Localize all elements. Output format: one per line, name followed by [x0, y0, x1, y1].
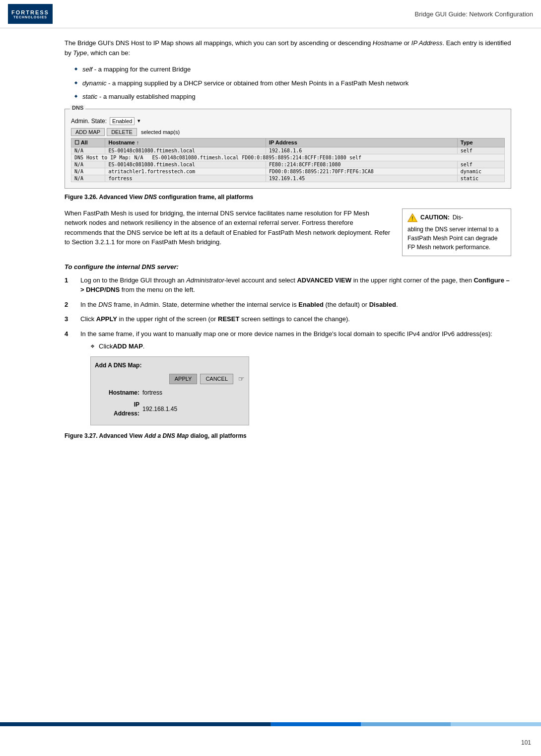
- page-number: 101: [521, 739, 531, 746]
- footer-seg-2: [270, 722, 361, 726]
- page-header: FORTRESS TECHNOLOGIES Bridge GUI Guide: …: [0, 0, 541, 28]
- step-2: 2 In the DNS frame, in Admin. State, det…: [65, 300, 511, 310]
- dropdown-arrow: ▾: [137, 118, 140, 124]
- dialog-ip-field: IPAddress: 192.168.1.45: [95, 400, 245, 418]
- dialog-cancel-button[interactable]: CANCEL: [200, 374, 233, 384]
- section-heading: To configure the internal DNS server:: [65, 263, 511, 271]
- dialog-hostname-field: Hostname: fortress: [95, 388, 245, 397]
- footer-seg-1: [0, 722, 270, 726]
- cell-full-row: DNS Host to IP Map: N/A ES-00148c081080.…: [71, 154, 505, 161]
- dialog-title: Add A DNS Map:: [95, 361, 245, 370]
- caution-text: abling the DNS server internal to a Fast…: [407, 225, 506, 252]
- dialog-hostname-value: fortress: [142, 388, 162, 397]
- dns-table: ☐ All Hostname ↑ IP Address Type N/A ES-…: [71, 138, 505, 182]
- cell-hostname: ES-00148c081080.ftimesh.local: [105, 161, 266, 168]
- cell-type: self: [457, 161, 504, 168]
- sub-bullet-add-map: Click ADD MAP.: [90, 342, 511, 351]
- figure-3-26-caption: Figure 3.26. Advanced View DNS configura…: [65, 194, 511, 201]
- admin-state-select[interactable]: Enabled: [110, 117, 135, 125]
- table-row: N/A ES-00148c081080.ftimesh.local FE80::…: [71, 161, 505, 168]
- caution-title: CAUTION:: [420, 213, 450, 222]
- dialog-ip-label: IPAddress:: [95, 400, 139, 418]
- cell-ip: 192.169.1.45: [266, 175, 458, 182]
- table-row: N/A atritachler1.fortresstech.com FD00:0…: [71, 168, 505, 175]
- table-row: N/A ES-00148c081080.ftimesh.local 192.16…: [71, 147, 505, 154]
- logo-area: FORTRESS TECHNOLOGIES: [8, 4, 53, 24]
- cell-na: N/A: [71, 168, 105, 175]
- fortress-logo: FORTRESS TECHNOLOGIES: [8, 4, 53, 24]
- dns-frame-inner: Admin. State: Enabled ▾ ADD MAP DELETE s…: [71, 117, 505, 182]
- step-4-number: 4: [65, 329, 76, 339]
- footer-seg-3: [361, 722, 451, 726]
- admin-state-label: Admin. State:: [71, 118, 107, 125]
- bullet-dynamic: dynamic - a mapping supplied by a DHCP s…: [74, 78, 511, 88]
- col-header-checkbox: ☐ All: [71, 138, 105, 147]
- cell-na: N/A: [71, 175, 105, 182]
- page-title: Bridge GUI Guide: Network Configuration: [415, 10, 533, 18]
- cell-na: N/A: [71, 147, 105, 154]
- step-4-paragraph: In the same frame, if you want to manual…: [80, 329, 511, 339]
- steps-list: 1 Log on to the Bridge GUI through an Ad…: [65, 275, 511, 425]
- cell-hostname: ES-00148c081080.ftimesh.local: [105, 147, 266, 154]
- table-row: N/A fortress 192.169.1.45 static: [71, 175, 505, 182]
- cell-hostname: atritachler1.fortresstech.com: [105, 168, 266, 175]
- figure-3-27-caption: Figure 3.27. Advanced View Add a DNS Map…: [65, 432, 511, 439]
- hand-cursor-icon: ☞: [238, 374, 245, 384]
- col-header-ip: IP Address: [266, 138, 458, 147]
- logo-text-fortress: FORTRESS: [11, 9, 49, 15]
- step-3: 3 Click APPLY in the upper right of the …: [65, 314, 511, 324]
- step-1-content: Log on to the Bridge GUI through an Admi…: [80, 275, 511, 295]
- fastpath-text: When FastPath Mesh is used for bridging,…: [65, 208, 392, 256]
- step-1-number: 1: [65, 275, 76, 285]
- caution-box: ! CAUTION: Dis- abling the DNS server in…: [402, 208, 511, 256]
- fastpath-paragraph: When FastPath Mesh is used for bridging,…: [65, 208, 392, 247]
- footer-bar: [0, 722, 541, 726]
- cell-type: self: [457, 147, 504, 154]
- step-2-number: 2: [65, 300, 76, 310]
- sub-bullet-list: Click ADD MAP.: [90, 342, 511, 351]
- selected-maps-text: selected map(s): [141, 129, 180, 135]
- bullet-self: self - a mapping for the current Bridge: [74, 65, 511, 74]
- table-row: DNS Host to IP Map: N/A ES-00148c081080.…: [71, 154, 505, 161]
- footer-seg-4: [451, 722, 541, 726]
- dialog-hostname-label: Hostname:: [95, 388, 139, 397]
- cell-ip: FD00:0:8895:8895:221:70FF:FEF6:3CA8: [266, 168, 458, 175]
- cell-type: dynamic: [457, 168, 504, 175]
- dns-admin-row: Admin. State: Enabled ▾: [71, 117, 505, 125]
- cell-ip: FE80::214:8CFF:FE08:1080: [266, 161, 458, 168]
- step-4-content: In the same frame, if you want to manual…: [80, 329, 511, 425]
- dns-buttons-row: ADD MAP DELETE selected map(s): [71, 128, 505, 136]
- add-map-button[interactable]: ADD MAP: [71, 128, 105, 136]
- step-3-number: 3: [65, 314, 76, 324]
- svg-text:!: !: [411, 216, 413, 221]
- intro-paragraph: The Bridge GUI's DNS Host to IP Map show…: [65, 38, 511, 58]
- main-content: The Bridge GUI's DNS Host to IP Map show…: [0, 28, 541, 457]
- caution-intro: Dis-: [453, 213, 463, 222]
- add-dns-dialog: Add A DNS Map: APPLY CANCEL ☞ Hostname: …: [90, 356, 249, 425]
- bullet-static: static - a manually established mapping: [74, 92, 511, 102]
- caution-header: ! CAUTION: Dis-: [407, 213, 506, 223]
- caution-icon: !: [407, 213, 417, 223]
- cell-hostname: fortress: [105, 175, 266, 182]
- step-4: 4 In the same frame, if you want to manu…: [65, 329, 511, 425]
- dialog-apply-button[interactable]: APPLY: [169, 374, 198, 384]
- delete-button[interactable]: DELETE: [107, 128, 137, 136]
- bullet-list: self - a mapping for the current Bridge …: [74, 65, 511, 102]
- step-3-content: Click APPLY in the upper right of the sc…: [80, 314, 511, 324]
- cell-ip: 192.168.1.6: [266, 147, 458, 154]
- col-header-type: Type: [457, 138, 504, 147]
- cell-type: static: [457, 175, 504, 182]
- col-header-hostname[interactable]: Hostname ↑: [105, 138, 266, 147]
- dialog-ip-value: 192.168.1.45: [142, 405, 177, 413]
- dialog-buttons: APPLY CANCEL ☞: [95, 374, 245, 384]
- logo-text-technologies: TECHNOLOGIES: [13, 15, 47, 19]
- dns-frame: DNS Admin. State: Enabled ▾ ADD MAP DELE…: [65, 109, 511, 189]
- dns-frame-label: DNS: [70, 105, 85, 111]
- two-col-section: When FastPath Mesh is used for bridging,…: [65, 208, 511, 256]
- step-1: 1 Log on to the Bridge GUI through an Ad…: [65, 275, 511, 295]
- cell-na: N/A: [71, 161, 105, 168]
- step-2-content: In the DNS frame, in Admin. State, deter…: [80, 300, 511, 310]
